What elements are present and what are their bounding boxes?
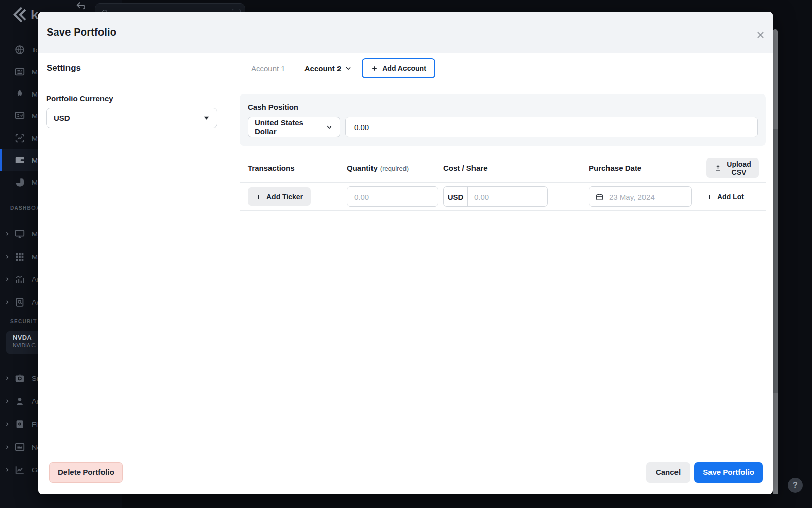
chevron-right-icon (4, 231, 10, 237)
add-account-label: Add Account (382, 64, 426, 72)
portfolio-currency-select[interactable]: USD (46, 108, 217, 128)
tab-account-2-label: Account 2 (304, 64, 342, 73)
plus-icon (255, 194, 262, 200)
invoice-icon (14, 419, 25, 430)
cost-share-column-header: Cost / Share (443, 164, 589, 172)
watchlist-board-icon (14, 110, 25, 121)
chevron-down-icon (345, 65, 352, 72)
tab-account-1[interactable]: Account 1 (251, 64, 285, 73)
sidebar-section-security: SECURIT (10, 319, 37, 324)
quantity-required-note: (required) (380, 165, 409, 172)
sidebar-label: Fi (32, 421, 38, 428)
chevron-right-icon (4, 467, 10, 473)
account-tabs: Account 1 Account 2 Add Account (231, 53, 773, 83)
plus-icon (371, 65, 378, 72)
chevron-right-icon (4, 253, 10, 260)
wallet-icon (14, 154, 25, 166)
cost-share-input[interactable] (468, 187, 547, 206)
quantity-column-header: Quantity(required) (347, 164, 443, 172)
expand-chart-icon (14, 133, 25, 144)
help-button[interactable]: ? (788, 478, 803, 493)
cancel-button[interactable]: Cancel (646, 462, 690, 483)
cash-currency-select[interactable]: United States Dollar (248, 117, 340, 137)
tab-account-2[interactable]: Account 2 (304, 64, 352, 73)
add-lot-button[interactable]: Add Lot (706, 193, 744, 201)
camera-icon (14, 373, 25, 384)
transaction-lot-row: Add Ticker USD (240, 183, 766, 211)
settings-heading: Settings (38, 53, 231, 83)
newspaper-icon (14, 66, 25, 77)
transactions-header-row: Transactions Quantity(required) Cost / S… (240, 157, 766, 183)
upload-icon (714, 164, 722, 172)
purchase-date-column-header: Purchase Date (589, 164, 706, 172)
sidebar-section-dashboards: DASHBOA (10, 205, 41, 211)
purchase-date-picker[interactable] (589, 186, 692, 207)
add-lot-label: Add Lot (717, 193, 744, 201)
add-ticker-label: Add Ticker (266, 193, 303, 201)
upload-csv-label: Upload CSV (727, 160, 751, 176)
koyfin-logo-icon (11, 6, 27, 23)
pie-chart-icon (14, 177, 25, 188)
add-ticker-button[interactable]: Add Ticker (248, 187, 311, 206)
chevron-down-icon (326, 123, 333, 131)
person-icon (14, 396, 25, 407)
modal-footer: Delete Portfolio Cancel Save Portfolio (38, 450, 773, 494)
background-scrollbar[interactable] (773, 29, 778, 494)
chevron-right-icon (4, 276, 10, 282)
plus-icon (706, 194, 713, 200)
sidebar-label: M (32, 179, 38, 186)
account-panel: Account 1 Account 2 Add Account Cash Pos… (231, 53, 773, 450)
monitor-icon (14, 228, 25, 239)
close-icon[interactable] (755, 29, 766, 40)
quantity-header-label: Quantity (347, 164, 378, 172)
cost-currency-prefix: USD (444, 187, 468, 206)
back-arrow-icon[interactable] (75, 0, 86, 11)
doc-search-icon (14, 297, 25, 308)
settings-panel: Settings Portfolio Currency USD (38, 53, 231, 450)
cash-currency-value: United States Dollar (255, 118, 326, 136)
calendar-icon (595, 193, 604, 201)
quantity-input[interactable] (347, 186, 438, 207)
cash-position-label: Cash Position (248, 103, 758, 111)
chevron-right-icon (4, 398, 10, 404)
right-icon-rail (773, 0, 812, 508)
modal-title: Save Portfolio (47, 26, 116, 38)
chevron-right-icon (4, 375, 10, 382)
globe-icon (14, 44, 25, 55)
save-portfolio-modal: Save Portfolio Settings Portfolio Curren… (38, 12, 773, 494)
save-portfolio-button[interactable]: Save Portfolio (694, 462, 763, 483)
scrollbar-thumb[interactable] (773, 129, 778, 393)
flame-icon (14, 88, 25, 100)
upload-csv-button[interactable]: Upload CSV (706, 158, 759, 178)
delete-portfolio-button[interactable]: Delete Portfolio (49, 462, 123, 483)
transactions-column-header: Transactions (248, 164, 347, 172)
grid-icon (14, 251, 25, 262)
portfolio-currency-label: Portfolio Currency (46, 94, 217, 103)
account-content: Cash Position United States Dollar Trans… (231, 83, 773, 450)
portfolio-currency-value: USD (54, 114, 70, 122)
bar-chart-icon (14, 274, 25, 285)
line-chart-icon (14, 464, 25, 475)
cost-share-input-group: USD (443, 186, 548, 207)
newspaper-icon (14, 441, 25, 453)
chevron-right-icon (4, 299, 10, 305)
chevron-right-icon (4, 421, 10, 427)
modal-header: Save Portfolio (38, 12, 773, 53)
cash-amount-input[interactable] (345, 117, 758, 137)
caret-down-icon (203, 116, 210, 120)
add-account-button[interactable]: Add Account (362, 58, 435, 78)
cash-position-card: Cash Position United States Dollar (240, 94, 766, 146)
purchase-date-input[interactable] (609, 193, 685, 201)
chevron-right-icon (4, 444, 10, 450)
